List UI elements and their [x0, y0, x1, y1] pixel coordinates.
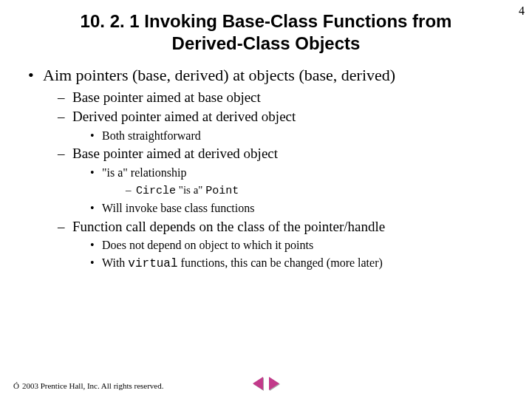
bullet-l2: Function call depends on the class of th…: [58, 218, 510, 273]
bullet-text: functions, this can be changed (more lat…: [178, 256, 383, 269]
code-text: Circle: [136, 185, 176, 197]
bullet-l1: Aim pointers (base, derived) at objects …: [22, 65, 510, 272]
bullet-text: With: [102, 256, 128, 269]
bullet-l3: Will invoke base class functions: [90, 200, 510, 216]
bullet-l2: Base pointer aimed at base object: [58, 89, 510, 107]
slide-content: Aim pointers (base, derived) at objects …: [22, 65, 510, 272]
slide-nav: [251, 377, 281, 390]
next-button[interactable]: [267, 377, 281, 390]
slide-title: 10. 2. 1 Invoking Base-Class Functions f…: [52, 10, 480, 55]
bullet-l2: Derived pointer aimed at derived object …: [58, 108, 510, 143]
bullet-text: Derived pointer aimed at derived object: [72, 109, 296, 124]
copyright-symbol: Ó: [13, 381, 19, 390]
bullet-text: Aim pointers (base, derived) at objects …: [43, 66, 395, 84]
code-text: virtual: [128, 257, 177, 270]
bullet-l4: Circle "is a" Point: [126, 183, 510, 199]
arrow-left-icon: [253, 377, 263, 390]
bullet-l3: With virtual functions, this can be chan…: [90, 255, 510, 273]
bullet-text: Base pointer aimed at derived object: [72, 146, 278, 161]
prev-button[interactable]: [251, 377, 265, 390]
code-text: Point: [205, 185, 239, 197]
copyright-text: 2003 Prentice Hall, Inc. All rights rese…: [22, 381, 164, 390]
arrow-right-icon: [269, 377, 279, 390]
bullet-text: "is a" relationship: [102, 166, 186, 179]
bullet-text: "is a": [176, 184, 205, 196]
bullet-l3: Does not depend on object to which it po…: [90, 237, 510, 253]
bullet-l3: "is a" relationship Circle "is a" Point: [90, 165, 510, 199]
bullet-text: Function call depends on the class of th…: [72, 219, 385, 234]
bullet-l3: Both straightforward: [90, 128, 510, 144]
page-number: 4: [519, 4, 525, 18]
bullet-l2: Base pointer aimed at derived object "is…: [58, 145, 510, 216]
